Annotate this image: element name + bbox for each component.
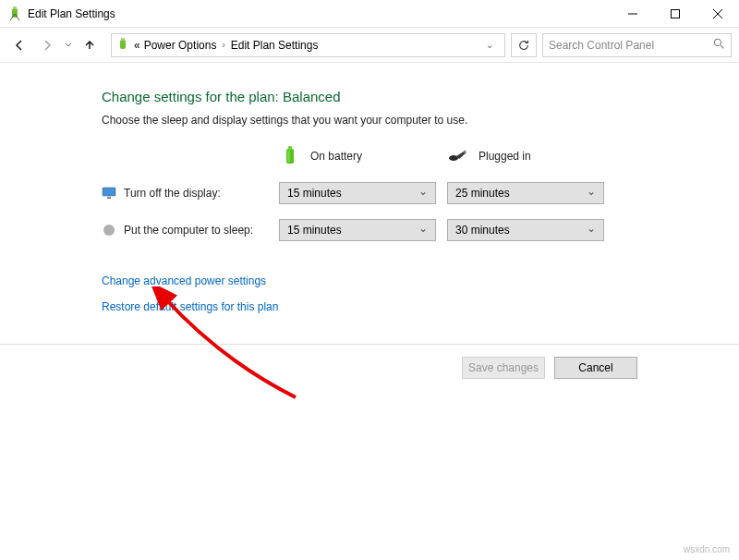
- minimize-button[interactable]: [612, 0, 654, 28]
- row-put-to-sleep: Put the computer to sleep:: [102, 223, 268, 237]
- dropdown-value: 15 minutes: [287, 187, 342, 200]
- main-content: Change settings for the plan: Balanced C…: [0, 63, 739, 313]
- recent-locations-dropdown[interactable]: [63, 42, 74, 49]
- row-label: Turn off the display:: [124, 187, 221, 200]
- dropdown-value: 30 minutes: [455, 224, 510, 237]
- battery-icon: [279, 145, 301, 167]
- up-button[interactable]: [78, 33, 102, 57]
- back-button[interactable]: [7, 33, 31, 57]
- page-subtext: Choose the sleep and display settings th…: [102, 114, 739, 127]
- breadcrumb-item[interactable]: Edit Plan Settings: [231, 39, 319, 52]
- row-turn-off-display: Turn off the display:: [102, 186, 268, 201]
- button-label: Cancel: [578, 361, 612, 374]
- maximize-button[interactable]: [654, 0, 697, 28]
- svg-point-17: [103, 225, 115, 236]
- footer-divider: [0, 344, 739, 345]
- restore-defaults-link[interactable]: Restore default settings for this plan: [102, 300, 739, 313]
- breadcrumb-item[interactable]: Power Options: [144, 39, 217, 52]
- navigation-toolbar: « Power Options › Edit Plan Settings ⌄: [0, 28, 739, 63]
- row-label: Put the computer to sleep:: [124, 224, 253, 237]
- sleep-battery-dropdown[interactable]: 15 minutes: [279, 219, 436, 241]
- svg-rect-11: [288, 146, 292, 150]
- svg-rect-6: [120, 40, 126, 49]
- svg-rect-12: [287, 151, 290, 162]
- chevron-right-icon: ›: [220, 40, 226, 50]
- search-icon: [713, 38, 725, 53]
- plug-icon: [447, 145, 469, 167]
- column-label: Plugged in: [479, 150, 531, 163]
- window-title: Edit Plan Settings: [28, 7, 115, 20]
- search-input[interactable]: [549, 39, 713, 52]
- watermark: wsxdn.com: [684, 544, 730, 554]
- refresh-button[interactable]: [511, 33, 537, 57]
- search-box[interactable]: [542, 33, 732, 57]
- save-changes-button: Save changes: [462, 357, 545, 379]
- column-label: On battery: [310, 150, 362, 163]
- svg-rect-7: [121, 38, 125, 41]
- cancel-button[interactable]: Cancel: [554, 357, 637, 379]
- dropdown-value: 25 minutes: [455, 187, 510, 200]
- change-advanced-link[interactable]: Change advanced power settings: [102, 274, 739, 287]
- monitor-icon: [102, 186, 116, 201]
- svg-point-8: [714, 39, 721, 45]
- links-section: Change advanced power settings Restore d…: [102, 274, 739, 313]
- moon-icon: [102, 223, 116, 237]
- dropdown-value: 15 minutes: [287, 224, 342, 237]
- column-plugged-in: Plugged in: [447, 145, 604, 167]
- page-heading: Change settings for the plan: Balanced: [102, 89, 739, 104]
- display-plugged-dropdown[interactable]: 25 minutes: [447, 182, 604, 204]
- power-options-icon: [115, 38, 130, 53]
- settings-grid: On battery Plugged in Turn off the displ…: [102, 145, 739, 241]
- display-battery-dropdown[interactable]: 15 minutes: [279, 182, 436, 204]
- titlebar: Edit Plan Settings: [0, 0, 739, 28]
- svg-rect-1: [13, 6, 17, 9]
- svg-point-14: [464, 151, 466, 153]
- breadcrumb-prefix: «: [134, 39, 140, 52]
- footer-buttons: Save changes Cancel: [462, 357, 637, 379]
- svg-rect-16: [107, 197, 111, 199]
- close-button[interactable]: [697, 0, 739, 28]
- address-dropdown[interactable]: ⌄: [479, 40, 501, 50]
- column-on-battery: On battery: [279, 145, 436, 167]
- sleep-plugged-dropdown[interactable]: 30 minutes: [447, 219, 604, 241]
- button-label: Save changes: [468, 361, 539, 374]
- svg-rect-3: [672, 9, 680, 18]
- forward-button[interactable]: [35, 33, 59, 57]
- svg-rect-15: [103, 188, 115, 196]
- breadcrumb-bar[interactable]: « Power Options › Edit Plan Settings ⌄: [111, 33, 505, 57]
- svg-line-9: [721, 45, 723, 48]
- power-options-icon: [7, 6, 22, 21]
